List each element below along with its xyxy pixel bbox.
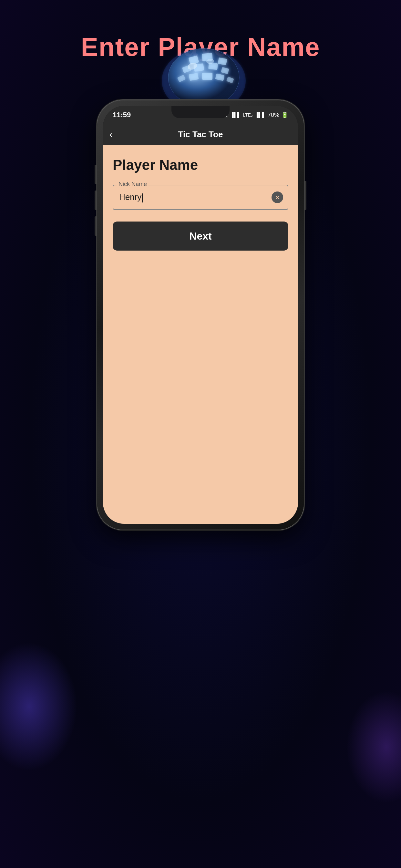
lte-label: LTE₂ — [243, 113, 253, 118]
status-icons: 🖼 ▐▌▌ LTE₂ ▐▌▌ 70% 🔋 — [222, 112, 288, 119]
battery-percent: 70% — [268, 112, 279, 119]
phone-frame: 11:59 🖼 ▐▌▌ LTE₂ ▐▌▌ 70% 🔋 ‹ Tic Tac Toe… — [97, 100, 304, 530]
nickname-field-wrapper: Nick Name Henry × — [113, 185, 288, 210]
player-name-heading: Player Name — [113, 157, 288, 173]
bg-glow-right — [346, 690, 401, 803]
signal-icon: ▐▌▌ — [230, 112, 241, 118]
battery-icon: 🔋 — [281, 112, 288, 119]
back-button[interactable]: ‹ — [110, 129, 112, 140]
clear-button[interactable]: × — [272, 191, 283, 203]
phone-screen: 11:59 🖼 ▐▌▌ LTE₂ ▐▌▌ 70% 🔋 ‹ Tic Tac Toe… — [103, 106, 298, 524]
phone-outer: 11:59 🖼 ▐▌▌ LTE₂ ▐▌▌ 70% 🔋 ‹ Tic Tac Toe… — [97, 100, 304, 530]
notch — [172, 106, 229, 118]
text-cursor — [142, 193, 143, 203]
app-content: Player Name Nick Name Henry × Next — [103, 145, 298, 524]
next-button[interactable]: Next — [113, 221, 288, 251]
nickname-value: Henry — [119, 192, 143, 202]
bg-glow-left — [0, 642, 78, 771]
status-bar: 11:59 🖼 ▐▌▌ LTE₂ ▐▌▌ 70% 🔋 — [103, 106, 298, 124]
next-button-label: Next — [189, 230, 212, 242]
signal-icon-2: ▐▌▌ — [255, 112, 266, 118]
app-header: ‹ Tic Tac Toe — [103, 124, 298, 145]
svg-rect-12 — [202, 73, 212, 80]
app-header-title: Tic Tac Toe — [178, 129, 223, 140]
nickname-input-box[interactable]: Henry × — [113, 185, 288, 210]
nickname-label: Nick Name — [117, 181, 148, 188]
status-time: 11:59 — [113, 111, 131, 119]
